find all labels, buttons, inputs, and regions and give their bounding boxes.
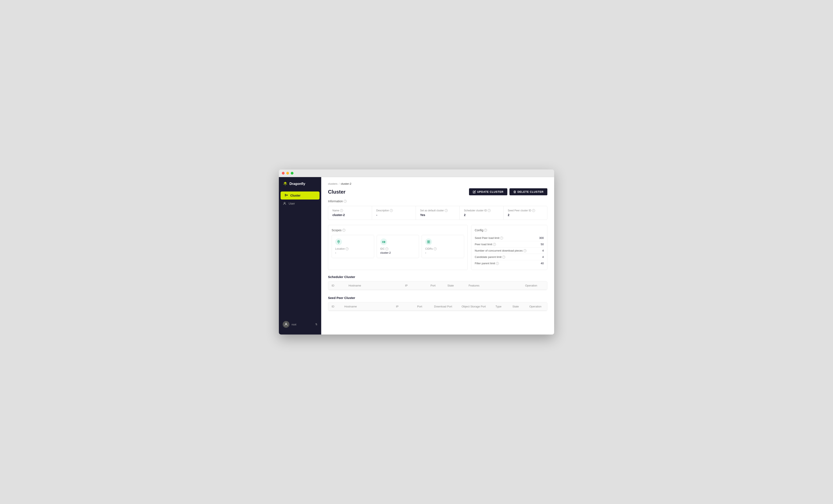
scheduler-col-operation: Operation [522,284,547,287]
config-item-2: Number of concurrent download pieces ? 4 [475,248,544,254]
config-item-4: Filter parent limit ? 40 [475,260,544,267]
config-item-4-help-icon: ? [496,262,499,265]
description-label: Description ? [376,209,411,212]
update-cluster-button[interactable]: UPDATE CLUSTER [469,188,507,195]
location-help-icon: ? [346,247,349,250]
config-card: Config ? Seed Peer load limit ? 300 [471,225,547,270]
default-cluster-label: Set as default cluster ? [420,209,455,212]
breadcrumb-separator: / [339,182,340,185]
idc-label: IDC ? [380,247,415,250]
seed-col-type: Type [492,305,509,308]
app-window: Dragonfly Cluster [279,170,554,334]
sidebar-nav: Cluster User [279,192,321,319]
svg-rect-13 [429,241,430,242]
config-item-1: Peer load limit ? 50 [475,241,544,248]
header-actions: UPDATE CLUSTER DELETE CLUSTER [469,188,547,195]
seed-col-state: State [509,305,526,308]
scope-items: Location ? - [332,235,464,258]
sidebar-item-cluster[interactable]: Cluster [281,192,319,200]
svg-point-5 [284,202,285,204]
seed-peer-cluster-title: Seed Peer Cluster [328,296,547,300]
svg-rect-2 [287,195,288,196]
breadcrumb-clusters-link[interactable]: clusters [328,182,337,185]
config-item-1-help-icon: ? [493,243,496,246]
config-item-2-help-icon: ? [523,249,526,252]
name-help-icon: ? [340,209,343,212]
scheduler-col-port: Port [427,284,444,287]
scheduler-col-id: ID [328,284,345,287]
close-button[interactable] [282,172,285,175]
cluster-icon [284,194,288,197]
scopes-title: Scopes ? [332,228,464,232]
sidebar: Dragonfly Cluster [279,177,321,334]
cidrs-label: CIDRs ? [425,247,460,250]
sidebar-item-user[interactable]: User [279,200,321,207]
config-item-3: Candidate parent limit ? 4 [475,254,544,260]
scopes-card: Scopes ? [328,225,468,270]
delete-cluster-button[interactable]: DELETE CLUSTER [509,188,547,195]
cidrs-scope-icon [425,238,432,245]
seed-peer-id-cell: Seed Peer cluster ID ? 2 [503,206,547,220]
location-value: - [335,251,371,254]
description-cell: Description ? - [372,206,416,220]
user-icon [283,202,286,205]
information-section-title: Information ? [328,200,547,203]
config-title: Config ? [475,228,544,232]
trash-icon [513,191,516,193]
config-help-icon: ? [484,229,487,232]
scope-cidrs: CIDRs ? - [422,235,464,258]
svg-line-4 [286,196,287,196]
chevron-updown-icon[interactable]: ⇅ [315,323,317,326]
location-scope-icon [335,238,342,245]
avatar [283,321,289,328]
scheduler-col-hostname: Hostname [345,284,402,287]
scheduler-id-help-icon: ? [487,209,491,212]
seed-col-download-port: Download Port [431,305,458,308]
seed-col-operation: Operation [526,305,547,308]
description-value: - [376,213,411,217]
idc-scope-icon [380,238,387,245]
scheduler-table-header: ID Hostname IP Port State Features Opera… [328,281,547,290]
dragonfly-logo-icon [283,181,288,186]
idc-help-icon: ? [385,247,388,250]
maximize-button[interactable] [291,172,293,175]
scheduler-cluster-table: ID Hostname IP Port State Features Opera… [328,281,547,290]
information-table: Name ? cluster-2 Description ? - [328,206,547,220]
breadcrumb: clusters / cluster-2 [328,182,547,185]
svg-point-6 [285,323,287,324]
info-table-row: Name ? cluster-2 Description ? - [328,206,547,220]
minimize-button[interactable] [286,172,289,175]
seed-col-id: ID [328,305,341,308]
scope-idc: IDC ? cluster-2 [377,235,419,258]
seed-col-hostname: Hostname [341,305,392,308]
svg-rect-12 [427,241,428,242]
scopes-config-section: Scopes ? [328,225,547,270]
svg-point-7 [338,241,339,242]
title-bar [279,170,554,177]
name-label: Name ? [332,209,367,212]
seed-peer-id-value: 2 [508,213,543,217]
cidrs-value: - [425,251,460,254]
scheduler-id-cell: Scheduler cluster ID ? 2 [460,206,503,220]
svg-rect-0 [285,194,286,195]
name-cell: Name ? cluster-2 [328,206,372,220]
svg-rect-15 [429,242,430,243]
page-header: Cluster UPDATE CLUSTER [328,188,547,195]
seed-peer-id-label: Seed Peer cluster ID ? [508,209,543,212]
information-help-icon: ? [344,200,347,203]
logo: Dragonfly [279,181,321,192]
seed-col-port: Port [414,305,431,308]
cidrs-help-icon: ? [434,247,437,250]
location-label: Location ? [335,247,371,250]
svg-rect-1 [285,195,286,196]
description-help-icon: ? [390,209,393,212]
seed-table-header: ID Hostname IP Port Download Port Object… [328,302,547,311]
app-body: Dragonfly Cluster [279,177,554,334]
scheduler-id-value: 2 [464,213,499,217]
default-help-icon: ? [445,209,448,212]
scheduler-id-label: Scheduler cluster ID ? [464,209,499,212]
default-cluster-cell: Set as default cluster ? Yes [416,206,460,220]
config-item-3-help-icon: ? [502,256,505,258]
svg-rect-14 [427,242,428,243]
scheduler-cluster-title: Scheduler Cluster [328,275,547,279]
